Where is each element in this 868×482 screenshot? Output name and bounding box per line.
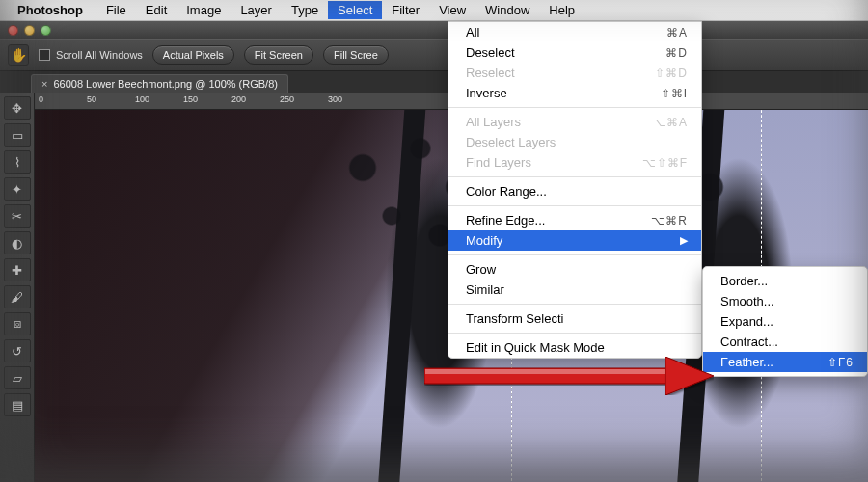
close-window-icon[interactable] — [8, 25, 18, 36]
heal-tool-icon[interactable]: ✚ — [4, 258, 31, 281]
brush-tool-icon[interactable]: 🖌 — [4, 285, 31, 308]
ruler-label: 200 — [231, 94, 246, 104]
menuitem-deselect-layers: Deselect Layers — [448, 132, 701, 152]
menuitem-all[interactable]: All⌘A — [448, 22, 701, 42]
menu-separator — [448, 107, 701, 108]
eraser-tool-icon[interactable]: ▱ — [4, 366, 31, 389]
document-tab-strip: × 66008 Lower Beechmont.png @ 100% (RGB/… — [0, 71, 868, 93]
minimize-window-icon[interactable] — [24, 25, 35, 36]
menuitem-modify[interactable]: Modify▶ — [448, 230, 701, 251]
menuitem-refine-edge[interactable]: Refine Edge...⌥⌘R — [448, 210, 701, 230]
menuitem-find-layers: Find Layers⌥⇧⌘F — [448, 152, 701, 173]
modify-submenu: Border... Smooth... Expand... Contract..… — [702, 266, 868, 377]
lasso-tool-icon[interactable]: ⌇ — [4, 150, 31, 174]
ruler-label: 300 — [328, 94, 342, 104]
scroll-all-windows-label: Scroll All Windows — [56, 49, 143, 61]
mac-menubar: Photoshop File Edit Image Layer Type Sel… — [0, 0, 868, 21]
ruler-label: 250 — [280, 94, 294, 104]
document-tab[interactable]: × 66008 Lower Beechmont.png @ 100% (RGB/… — [31, 74, 288, 93]
eyedropper-tool-icon[interactable]: ◐ — [4, 231, 31, 254]
options-bar: ✋ Scroll All Windows Actual Pixels Fit S… — [0, 39, 868, 71]
tools-panel: ✥ ▭ ⌇ ✦ ✂ ◐ ✚ 🖌 ⧇ ↺ ▱ ▤ — [0, 93, 35, 482]
menu-separator — [448, 205, 701, 206]
fill-screen-button[interactable]: Fill Scree — [323, 45, 389, 65]
menuitem-deselect[interactable]: Deselect⌘D — [448, 42, 701, 63]
fit-screen-button[interactable]: Fit Screen — [244, 45, 313, 65]
window-titlebar — [0, 21, 868, 39]
app-name: Photoshop — [17, 3, 83, 17]
ruler-label: 100 — [135, 94, 149, 104]
scroll-all-windows-checkbox[interactable] — [39, 49, 50, 61]
submenu-arrow-icon: ▶ — [680, 234, 688, 247]
menu-window[interactable]: Window — [475, 1, 539, 19]
menuitem-quick-mask[interactable]: Edit in Quick Mask Mode — [448, 337, 701, 358]
menu-image[interactable]: Image — [176, 1, 231, 19]
menu-separator — [448, 333, 701, 334]
crop-tool-icon[interactable]: ✂ — [4, 204, 31, 228]
select-menu-dropdown: All⌘A Deselect⌘D Reselect⇧⌘D Inverse⇧⌘I … — [448, 21, 702, 359]
menuitem-reselect: Reselect⇧⌘D — [448, 63, 701, 83]
menuitem-all-layers: All Layers⌥⌘A — [448, 112, 701, 132]
menu-select[interactable]: Select — [328, 1, 382, 19]
menu-filter[interactable]: Filter — [382, 1, 429, 19]
menuitem-inverse[interactable]: Inverse⇧⌘I — [448, 83, 701, 103]
move-tool-icon[interactable]: ✥ — [4, 96, 31, 120]
menu-edit[interactable]: Edit — [136, 1, 176, 19]
marquee-tool-icon[interactable]: ▭ — [4, 123, 31, 147]
menu-file[interactable]: File — [96, 1, 136, 19]
menuitem-similar[interactable]: Similar — [448, 280, 701, 300]
ruler-label: 50 — [87, 94, 96, 104]
menu-type[interactable]: Type — [282, 1, 328, 19]
menu-layer[interactable]: Layer — [231, 1, 282, 19]
menuitem-contract[interactable]: Contract... — [703, 332, 867, 352]
menu-help[interactable]: Help — [539, 1, 584, 19]
ruler-label: 0 — [39, 94, 43, 104]
menuitem-color-range[interactable]: Color Range... — [448, 181, 701, 201]
menuitem-grow[interactable]: Grow — [448, 259, 701, 280]
ruler-label: 150 — [183, 94, 198, 104]
menuitem-feather[interactable]: Feather...⇧F6 — [703, 352, 867, 372]
menuitem-smooth[interactable]: Smooth... — [703, 291, 867, 311]
document-tab-title: 66008 Lower Beechmont.png @ 100% (RGB/8) — [53, 78, 278, 90]
menuitem-border[interactable]: Border... — [703, 271, 867, 291]
menu-separator — [448, 176, 701, 177]
actual-pixels-button[interactable]: Actual Pixels — [152, 45, 234, 65]
hand-tool-icon[interactable]: ✋ — [8, 44, 29, 66]
menu-separator — [448, 304, 701, 305]
menu-view[interactable]: View — [429, 1, 475, 19]
history-brush-tool-icon[interactable]: ↺ — [4, 339, 31, 362]
stamp-tool-icon[interactable]: ⧇ — [4, 312, 31, 335]
wand-tool-icon[interactable]: ✦ — [4, 177, 31, 201]
zoom-window-icon[interactable] — [41, 25, 51, 36]
close-tab-icon[interactable]: × — [41, 78, 47, 90]
menuitem-transform-selection[interactable]: Transform Selecti — [448, 308, 701, 329]
menuitem-expand[interactable]: Expand... — [703, 311, 867, 332]
gradient-tool-icon[interactable]: ▤ — [4, 393, 31, 416]
menu-separator — [448, 254, 701, 255]
